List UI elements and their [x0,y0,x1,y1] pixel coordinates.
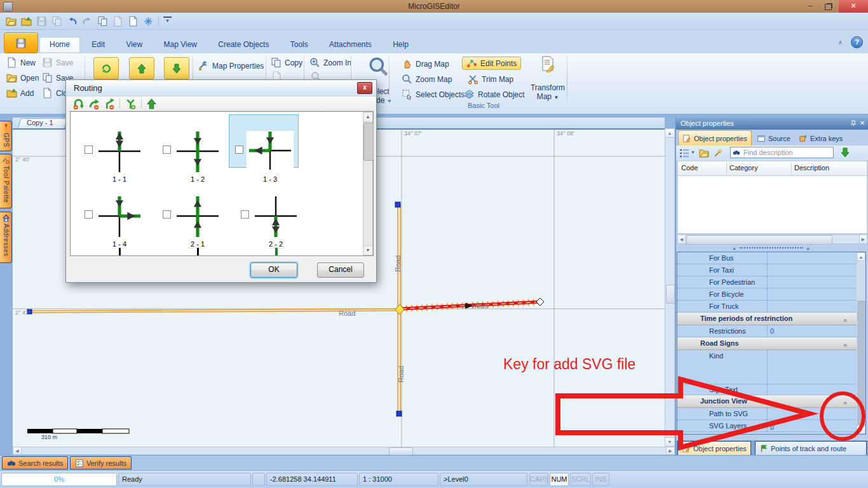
property-row-for-bicycle[interactable]: For Bicycle ✔ [677,288,857,301]
property-row-for-taxi[interactable]: For Taxi ✔ [677,264,857,276]
undo-icon[interactable] [67,16,78,27]
zoom-map-button[interactable]: Zoom Map [402,74,452,85]
close-button[interactable]: ✕ [839,0,868,13]
qat-customize-dropdown[interactable]: ▼ [163,17,172,26]
map-properties-button[interactable]: Map Properties [198,60,264,71]
scroll-right-button[interactable]: ▶ [666,447,675,455]
remove-fork-icon[interactable] [103,98,115,110]
folder-icon[interactable] [699,148,709,158]
tab-create-objects[interactable]: Create Objects [208,37,278,53]
open-button[interactable]: Open [6,72,39,83]
tab-home[interactable]: Home [39,37,80,52]
minimize-button[interactable]: – [802,0,818,13]
tab-attachments[interactable]: Attachments [320,37,381,53]
ok-button[interactable]: OK [250,262,297,278]
routing-option-checkbox[interactable] [241,210,249,219]
list-style-dropdown-icon[interactable]: ▼ [691,150,695,154]
tab-edit[interactable]: Edit [82,37,114,53]
routing-option-checkbox[interactable] [163,146,171,154]
routing-option-checkbox[interactable] [85,210,93,219]
section-road-signs[interactable]: Road Signs « [677,337,857,350]
property-row-path-to-svg[interactable]: Path to SVG ... [677,408,857,420]
routing-option-checkbox[interactable] [163,210,171,219]
map-tab-label[interactable]: Copy - 1 [27,119,53,126]
property-row-svg-layers[interactable]: SVG Layers [] [677,420,857,432]
add-map-icon[interactable] [21,16,32,27]
scroll-down-button[interactable]: ▼ [857,425,865,434]
update-icon[interactable] [143,16,154,27]
remove-turn-icon[interactable] [88,98,100,110]
tab-map-view[interactable]: Map View [154,37,207,53]
straight-arrow-icon[interactable] [146,98,157,109]
sidebar-tab-addresses[interactable]: Addresses [0,212,12,263]
column-description[interactable]: Description [794,164,829,172]
restrictions-value[interactable]: 0 [768,325,857,337]
scroll-up-button[interactable]: ▲ [857,252,865,261]
sign-text-value[interactable] [768,384,857,395]
scroll-left-button[interactable]: ◀ [13,447,22,455]
move-layer-down-button[interactable] [164,57,189,79]
open-map-icon[interactable] [6,16,17,27]
zoom-in-button[interactable]: Zoom In [309,57,351,68]
section-junction-view[interactable]: Junction View « [677,395,857,408]
scroll-up-button[interactable]: ▲ [665,128,675,138]
select-objects-button[interactable]: Select Objects [402,89,465,100]
remove-uturn-icon[interactable] [72,98,85,110]
tab-tools[interactable]: Tools [281,37,318,53]
column-code[interactable]: Code [681,164,698,172]
scroll-left-button[interactable]: ◀ [677,234,686,244]
scroll-down-button[interactable]: ▼ [363,245,373,255]
add-fork-icon[interactable] [125,98,137,110]
add-button[interactable]: Add [6,88,34,98]
property-row-for-truck[interactable]: For Truck ✔ [677,301,857,313]
find-description-box[interactable] [730,147,834,158]
move-layer-up-button[interactable] [129,57,154,79]
copy-button[interactable]: Copy [271,57,302,68]
scroll-thumb[interactable] [857,301,866,426]
wand-icon[interactable] [713,148,723,158]
collapse-icon[interactable]: « [840,402,852,405]
dialog-close-button[interactable]: x [357,82,372,94]
svg-layers-value[interactable]: [] [768,420,857,431]
list-style-icon[interactable] [679,148,689,158]
property-row-for-pedestrian[interactable]: For Pedestrian ✔ [677,276,857,288]
tab-search-results[interactable]: Search results [2,456,68,470]
tab-view[interactable]: View [116,37,152,53]
bottom-tab-object-properties[interactable]: Object properties [677,441,751,456]
collapse-icon[interactable]: « [840,344,852,348]
update-map-button[interactable] [93,57,119,79]
tab-source[interactable]: Source [753,132,794,145]
property-row-for-bus[interactable]: For Bus ✔ [677,252,857,264]
scroll-thumb[interactable] [363,123,374,161]
bottom-tab-points-of-track[interactable]: Points of track and route [755,441,867,456]
find-description-input[interactable] [742,148,827,157]
restore-button[interactable] [820,0,836,13]
sidebar-tab-gps[interactable]: GPS [0,121,12,151]
copy-icon[interactable] [97,16,108,27]
trim-map-button[interactable]: Trim Map [468,74,513,85]
tab-help[interactable]: Help [383,37,418,53]
panel-splitter[interactable]: ▲ ▲ [676,245,868,251]
cancel-button[interactable]: Cancel [317,262,364,278]
redo-icon[interactable] [82,16,93,27]
property-row-sign-text[interactable]: Sign Text [677,384,857,395]
apply-arrow-icon[interactable] [840,147,850,158]
scroll-thumb[interactable] [666,285,675,304]
section-time-periods[interactable]: Time periods of restrinction « [677,313,857,325]
tab-verify-results[interactable]: Verify results [70,456,132,470]
property-row-kind[interactable]: Kind Exit Onto Toward [677,350,857,384]
ribbon-collapse-button[interactable]: ∧ [838,39,843,46]
drag-map-button[interactable]: Drag Map [402,58,449,69]
tab-extra-keys[interactable]: Extra keys [795,132,846,145]
column-category[interactable]: Category [729,164,758,172]
routing-option-checkbox[interactable] [85,146,93,154]
attribute-table-body[interactable] [677,176,867,234]
rotate-object-button[interactable]: Rotate Object [464,89,524,100]
scroll-up-button[interactable]: ▲ [363,112,373,122]
transform-map-button[interactable]: Transform Map ▼ [529,55,566,100]
close-map-icon[interactable] [51,16,62,27]
routing-dialog-title[interactable]: Routing [66,80,376,97]
scroll-thumb[interactable] [686,235,832,245]
routing-option-checkbox[interactable] [235,146,243,154]
pin-icon[interactable] [850,120,857,126]
